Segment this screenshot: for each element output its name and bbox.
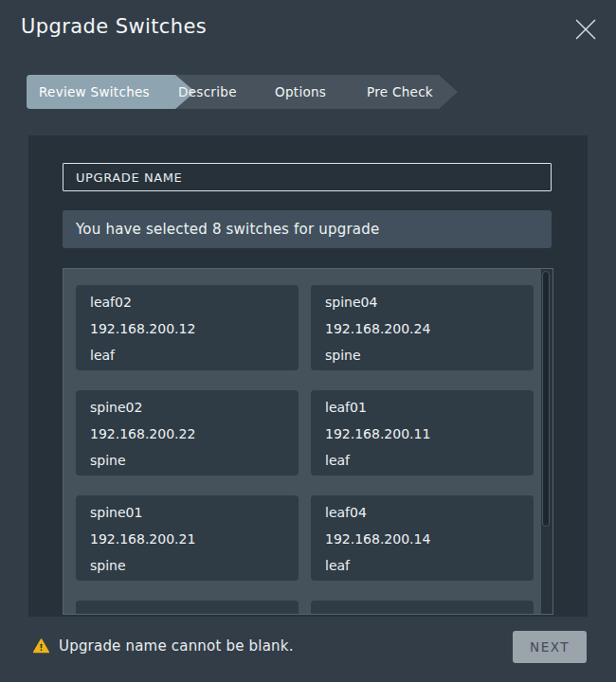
switch-name: leaf01 xyxy=(325,394,524,421)
switch-name: spine02 xyxy=(90,394,289,421)
switch-ip: 192.168.200.14 xyxy=(325,526,524,552)
switch-ip: 192.168.200.12 xyxy=(90,315,289,342)
upgrade-name-input[interactable] xyxy=(63,163,552,191)
switch-card: spine04 192.168.200.24 spine xyxy=(311,285,534,370)
validation-warning-text: Upgrade name cannot be blank. xyxy=(59,637,294,655)
switch-role: spine xyxy=(325,342,524,368)
switch-card: spine01 192.168.200.21 spine xyxy=(76,495,299,581)
wizard-content-panel: You have selected 8 switches for upgrade… xyxy=(28,135,588,617)
step-review-switches[interactable]: Review Switches xyxy=(39,75,150,109)
validation-warning: Upgrade name cannot be blank. xyxy=(32,637,294,655)
switch-name: leaf04 xyxy=(325,499,524,526)
switch-list-container: leaf02 192.168.200.12 leaf spine04 192.1… xyxy=(63,268,553,615)
selection-notice: You have selected 8 switches for upgrade xyxy=(63,210,552,248)
switch-ip: 192.168.200.11 xyxy=(325,421,524,447)
switch-role: leaf xyxy=(325,552,524,579)
scrollbar-track[interactable] xyxy=(541,269,553,614)
next-button[interactable]: NEXT xyxy=(513,631,587,663)
step-pre-check[interactable]: Pre Check xyxy=(367,75,433,109)
switch-card-partial xyxy=(76,601,299,615)
close-icon xyxy=(573,30,598,45)
switch-card: leaf04 192.168.200.14 leaf xyxy=(311,495,534,581)
step-options[interactable]: Options xyxy=(275,75,326,109)
switch-card: leaf01 192.168.200.11 leaf xyxy=(311,390,534,476)
switch-name: leaf02 xyxy=(90,289,289,315)
switch-ip: 192.168.200.24 xyxy=(325,315,524,342)
switch-role: spine xyxy=(90,447,289,474)
warning-icon xyxy=(32,637,50,655)
step-describe[interactable]: Describe xyxy=(178,75,237,109)
scrollbar-thumb[interactable] xyxy=(542,271,550,527)
switch-card-partial xyxy=(311,601,534,615)
switch-role: spine xyxy=(90,552,289,579)
switch-ip: 192.168.200.22 xyxy=(90,421,289,447)
switch-role: leaf xyxy=(325,447,524,474)
page-title: Upgrade Switches xyxy=(21,15,207,38)
switch-card: leaf02 192.168.200.12 leaf xyxy=(76,285,299,370)
switch-role: leaf xyxy=(90,342,289,368)
close-button[interactable] xyxy=(573,17,598,42)
switch-name: spine04 xyxy=(325,289,524,315)
switch-card-grid: leaf02 192.168.200.12 leaf spine04 192.1… xyxy=(76,285,534,615)
switch-name: spine01 xyxy=(90,499,289,526)
switch-card: spine02 192.168.200.22 spine xyxy=(76,390,299,476)
switch-ip: 192.168.200.21 xyxy=(90,526,289,552)
